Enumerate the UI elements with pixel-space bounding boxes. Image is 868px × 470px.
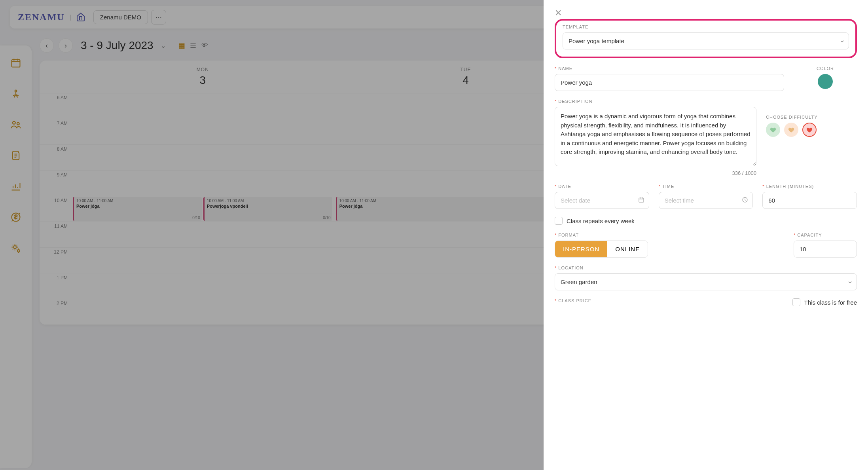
description-textarea[interactable]: Power yoga is a dynamic and vigorous for… [555, 107, 756, 166]
repeats-checkbox[interactable] [555, 217, 563, 225]
class-price-label: *CLASS PRICE [555, 298, 783, 303]
time-input[interactable] [659, 192, 753, 209]
location-select[interactable]: Green garden [555, 273, 857, 290]
clock-icon [742, 197, 748, 205]
create-class-modal: ✕ TEMPLATE Power yoga template *NAME COL… [544, 0, 868, 470]
capacity-label: *CAPACITY [794, 233, 857, 237]
time-label: *TIME [659, 184, 753, 189]
free-label: This class is for free [804, 299, 857, 306]
difficulty-easy[interactable] [766, 123, 780, 137]
char-count: 336 / 1000 [555, 170, 756, 176]
template-label: TEMPLATE [563, 25, 849, 29]
capacity-input[interactable] [794, 241, 857, 258]
date-label: *DATE [555, 184, 649, 189]
difficulty-label: CHOOSE DIFFICULTY [766, 115, 857, 119]
template-select[interactable]: Power yoga template [563, 32, 849, 49]
description-label: *DESCRIPTION [555, 99, 756, 104]
format-label: *FORMAT [555, 233, 784, 237]
color-swatch[interactable] [818, 74, 833, 89]
name-input[interactable] [555, 74, 784, 91]
color-label: COLOR [794, 66, 857, 71]
name-label: *NAME [555, 66, 784, 71]
format-toggle: IN-PERSON ONLINE [555, 241, 648, 258]
free-checkbox[interactable] [792, 298, 800, 306]
date-input[interactable] [555, 192, 649, 209]
difficulty-medium[interactable] [784, 123, 798, 137]
svg-rect-7 [639, 198, 644, 202]
length-label: *LENGTH (MINUTES) [762, 184, 857, 189]
close-button[interactable]: ✕ [555, 8, 562, 18]
length-input[interactable] [762, 192, 857, 209]
format-in-person[interactable]: IN-PERSON [555, 241, 607, 257]
template-section-highlight: TEMPLATE Power yoga template [555, 19, 857, 58]
location-label: *LOCATION [555, 265, 857, 270]
difficulty-hard[interactable] [802, 123, 817, 137]
calendar-icon [638, 197, 644, 205]
repeats-label: Class repeats every week [567, 218, 635, 224]
format-online[interactable]: ONLINE [607, 241, 648, 257]
